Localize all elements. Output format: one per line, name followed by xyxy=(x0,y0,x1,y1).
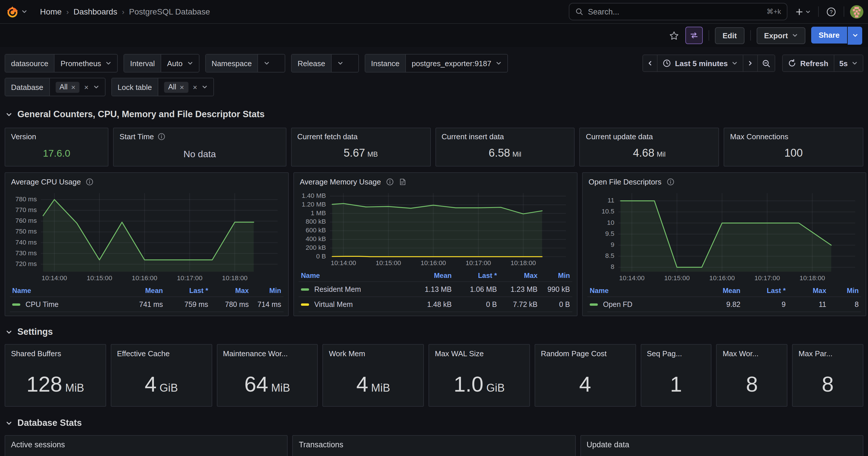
variable-value-dropdown[interactable]: Auto xyxy=(161,55,199,72)
legend-column-mean[interactable]: Mean xyxy=(118,286,163,295)
info-icon[interactable] xyxy=(666,178,674,186)
legend-column-name[interactable]: Name xyxy=(12,286,118,295)
svg-text:770 ms: 770 ms xyxy=(16,206,37,213)
legend-column-mean[interactable]: Mean xyxy=(695,286,740,295)
remove-value-icon[interactable]: × xyxy=(180,83,184,91)
legend-column-last[interactable]: Last * xyxy=(163,286,208,295)
svg-text:10:14:00: 10:14:00 xyxy=(42,274,67,282)
panel-title[interactable]: Update data xyxy=(587,440,629,449)
plus-icon xyxy=(795,7,804,16)
variable-value-dropdown[interactable]: Prometheus xyxy=(55,55,117,72)
stat-value: 128 xyxy=(26,372,62,397)
variable-label: Database xyxy=(5,78,50,96)
help-button[interactable]: ? xyxy=(825,5,838,18)
grafana-logo-button[interactable] xyxy=(5,4,28,20)
refresh-interval-dropdown[interactable]: 5s xyxy=(834,55,863,72)
chevron-down-icon xyxy=(6,420,12,426)
panel-title: Shared Buffers xyxy=(11,349,61,358)
stat-panel-seq-pag-: Seq Pag...1 xyxy=(641,344,712,407)
svg-text:730 ms: 730 ms xyxy=(16,249,37,257)
legend-column-last[interactable]: Last * xyxy=(740,286,786,295)
panel-title[interactable]: Open File Descriptors xyxy=(589,178,661,186)
section-title: Database Stats xyxy=(18,418,82,428)
svg-text:10:14:00: 10:14:00 xyxy=(331,259,356,267)
time-shift-forward-button[interactable] xyxy=(743,55,758,72)
legend-series-name[interactable]: CPU Time xyxy=(12,300,118,308)
chart-legend: NameMeanLast *MaxMinCPU Time741 ms759 ms… xyxy=(10,284,283,312)
legend-column-max[interactable]: Max xyxy=(497,271,537,279)
legend-column-min[interactable]: Min xyxy=(249,286,281,295)
legend-column-min[interactable]: Min xyxy=(826,286,859,295)
edit-button[interactable]: Edit xyxy=(715,27,744,44)
info-icon[interactable] xyxy=(86,178,94,186)
panel-title: Seq Pag... xyxy=(647,349,682,358)
top-nav: Home › Dashboards › PostgreSQL Database … xyxy=(0,0,868,24)
time-series-plot[interactable]: 1110.5109.598.5810:14:0010:15:0010:16:00… xyxy=(587,188,861,283)
legend-series-name[interactable]: Resident Mem xyxy=(301,285,406,293)
breadcrumb-home[interactable]: Home xyxy=(40,7,62,16)
variable-value-dropdown[interactable] xyxy=(332,55,358,72)
variable-value-dropdown[interactable]: All×× xyxy=(158,78,213,96)
share-button[interactable]: Share xyxy=(811,26,847,43)
section-database-stats[interactable]: Database Stats xyxy=(6,418,862,428)
legend-column-mean[interactable]: Mean xyxy=(406,271,452,279)
section-settings[interactable]: Settings xyxy=(6,327,862,337)
clear-all-icon[interactable]: × xyxy=(84,83,88,91)
panel-title[interactable]: Average CPU Usage xyxy=(11,178,81,186)
zoom-out-time-button[interactable] xyxy=(758,55,775,72)
panel-title[interactable]: Active sessions xyxy=(11,440,65,449)
svg-text:1 MB: 1 MB xyxy=(311,209,326,217)
variable-value-dropdown[interactable]: postgres_exporter:9187 xyxy=(406,55,508,72)
panel-compare-button[interactable] xyxy=(685,27,703,44)
user-avatar[interactable] xyxy=(850,5,863,18)
legend-column-max[interactable]: Max xyxy=(786,286,826,295)
clock-icon xyxy=(663,59,671,67)
svg-text:200 kB: 200 kB xyxy=(306,244,326,251)
add-new-button[interactable] xyxy=(793,5,812,18)
breadcrumb-dashboards[interactable]: Dashboards xyxy=(73,7,117,16)
time-range-picker-button[interactable]: Last 5 minutes xyxy=(657,55,743,72)
document-icon[interactable] xyxy=(399,178,406,186)
divider xyxy=(818,6,819,17)
time-series-plot[interactable]: 780 ms770 ms760 ms750 ms740 ms730 ms720 … xyxy=(10,188,283,283)
svg-text:9: 9 xyxy=(611,241,614,248)
variable-value-dropdown[interactable]: All×× xyxy=(50,78,105,96)
variable-value-dropdown[interactable] xyxy=(258,55,285,72)
compare-arrows-icon xyxy=(689,31,699,40)
export-button[interactable]: Export xyxy=(756,27,805,44)
info-icon[interactable] xyxy=(386,178,394,186)
legend-series-name[interactable]: Open FD xyxy=(590,300,695,308)
selected-value-chip[interactable]: All× xyxy=(55,82,80,93)
variable-lock-table: Lock tableAll×× xyxy=(111,78,214,96)
legend-column-min[interactable]: Min xyxy=(537,271,570,279)
legend-series-name[interactable]: Virtual Mem xyxy=(301,300,406,308)
star-dashboard-button[interactable] xyxy=(669,30,680,41)
legend-value: 1.13 MB xyxy=(406,285,452,293)
clear-all-icon[interactable]: × xyxy=(193,83,197,91)
legend-column-max[interactable]: Max xyxy=(208,286,249,295)
variable-row-1: datasourcePrometheusIntervalAutoNamespac… xyxy=(5,54,863,72)
legend-column-name[interactable]: Name xyxy=(590,286,695,295)
variable-label: Lock table xyxy=(112,78,159,96)
series-color-swatch xyxy=(12,303,20,305)
legend-column-name[interactable]: Name xyxy=(301,271,406,279)
legend-column-last[interactable]: Last * xyxy=(452,271,497,279)
chevron-right-icon xyxy=(747,60,753,66)
remove-value-icon[interactable]: × xyxy=(71,83,75,91)
share-menu-button[interactable] xyxy=(848,26,862,44)
info-icon[interactable] xyxy=(158,133,165,141)
search-input[interactable]: Search... ⌘+k xyxy=(569,3,787,20)
svg-text:720 ms: 720 ms xyxy=(16,260,37,268)
time-series-plot[interactable]: 1.40 MB1.20 MB1 MB800 kB600 kB400 kB200 … xyxy=(299,188,572,268)
time-shift-back-button[interactable] xyxy=(643,55,657,72)
chevron-down-icon xyxy=(6,329,12,335)
section-general-counters[interactable]: General Counters, CPU, Memory and File D… xyxy=(6,109,862,120)
refresh-button[interactable]: Refresh xyxy=(782,55,834,72)
selected-value-chip[interactable]: All× xyxy=(164,82,188,93)
svg-text:9.5: 9.5 xyxy=(605,230,614,237)
panel-title[interactable]: Transactions xyxy=(299,440,344,449)
series-color-swatch xyxy=(301,288,309,291)
variable-interval: IntervalAuto xyxy=(124,54,199,72)
refresh-label: Refresh xyxy=(800,59,828,68)
panel-title[interactable]: Average Memory Usage xyxy=(300,178,381,186)
